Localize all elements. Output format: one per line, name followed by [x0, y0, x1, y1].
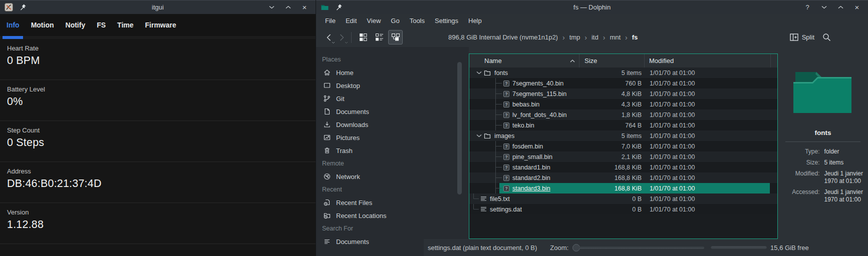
- tab-motion[interactable]: Motion: [31, 21, 54, 29]
- menu-edit[interactable]: Edit: [341, 17, 362, 24]
- icons-view-button[interactable]: [356, 30, 371, 44]
- breadcrumb-current[interactable]: fs: [632, 34, 638, 41]
- info-section: AddressDB:46:B0:21:37:4D: [0, 162, 316, 203]
- file-name-cell[interactable]: ?standard3.bin: [469, 183, 580, 194]
- pin-icon[interactable]: [19, 4, 27, 11]
- meta-label: Type:: [774, 148, 820, 156]
- tab-track: [0, 36, 316, 39]
- file-row-7segments_40.bin[interactable]: ?7segments_40.bin760 B1/01/70 at 01:00: [469, 78, 777, 88]
- file-row-lv_font_dots_40.bin[interactable]: ?lv_font_dots_40.bin1,8 KiB1/01/70 at 01…: [469, 110, 777, 120]
- file-name-cell[interactable]: ?7segments_40.bin: [469, 78, 580, 88]
- image-icon: [323, 134, 331, 142]
- file-row-standard2.bin[interactable]: ?standard2.bin168,8 KiB1/01/70 at 01:00: [469, 172, 777, 183]
- sidebar-item-network[interactable]: Network: [316, 170, 424, 183]
- dolphin-titlebar[interactable]: fs — Dolphin ?×: [316, 0, 868, 14]
- file-row-images[interactable]: images5 items1/01/70 at 01:00: [469, 130, 777, 141]
- zoom-slider[interactable]: [579, 246, 704, 249]
- tab-time[interactable]: Time: [117, 21, 133, 29]
- file-row-standard1.bin[interactable]: ?standard1.bin168,8 KiB1/01/70 at 01:00: [469, 162, 777, 172]
- split-icon: [790, 34, 798, 41]
- breadcrumb-segment[interactable]: tmp: [569, 34, 581, 41]
- file-row-7segments_115.bin[interactable]: ?7segments_115.bin4,8 KiB1/01/70 at 01:0…: [469, 88, 777, 99]
- minimize-button[interactable]: [820, 4, 828, 12]
- split-button[interactable]: Split: [790, 34, 814, 41]
- menubar: FileEditViewGoToolsSettingsHelp: [316, 14, 868, 28]
- tab-notify[interactable]: Notify: [66, 21, 86, 29]
- menu-go[interactable]: Go: [386, 17, 404, 24]
- free-space-label: 15,6 GiB free: [770, 244, 809, 252]
- pin-icon[interactable]: [335, 4, 343, 11]
- file-row-bebas.bin[interactable]: ?bebas.bin4,3 KiB1/01/70 at 01:00: [469, 99, 777, 110]
- menu-view[interactable]: View: [362, 17, 386, 24]
- sidebar-item-recent-files[interactable]: Recent Files: [316, 196, 424, 209]
- file-name-cell[interactable]: ?pine_small.bin: [469, 152, 580, 162]
- file-row-fonts[interactable]: fonts5 items1/01/70 at 01:00: [469, 68, 777, 78]
- menu-tools[interactable]: Tools: [405, 17, 430, 24]
- sidebar-item-trash[interactable]: Trash: [316, 144, 424, 157]
- file-name-cell[interactable]: ?7segments_115.bin: [469, 88, 580, 99]
- tab-firmware[interactable]: Firmware: [145, 21, 176, 29]
- sidebar-item-home[interactable]: Home: [316, 66, 424, 79]
- sidebar-item-documents[interactable]: Documents: [316, 105, 424, 118]
- file-name-cell[interactable]: ?standard1.bin: [469, 162, 580, 172]
- expander-chevron-icon[interactable]: [476, 71, 482, 74]
- tab-info[interactable]: Info: [7, 21, 20, 29]
- maximize-button[interactable]: [836, 4, 844, 12]
- column-header-size[interactable]: Size: [580, 54, 645, 68]
- file-name-cell[interactable]: file5.txt: [469, 194, 580, 204]
- file-row-fosdem.bin[interactable]: ?fosdem.bin7,0 KiB1/01/70 at 01:00: [469, 141, 777, 152]
- sidebar-item-desktop[interactable]: Desktop: [316, 79, 424, 92]
- scrollbar[interactable]: [457, 62, 462, 194]
- expander-chevron-icon[interactable]: [476, 134, 482, 138]
- sidebar-item-pictures[interactable]: Pictures: [316, 131, 424, 144]
- file-name-cell[interactable]: ?bebas.bin: [469, 99, 580, 110]
- sidebar-item-downloads[interactable]: Downloads: [316, 118, 424, 131]
- toolbar: 896,8 GiB Internal Drive (nvme1n1p2)›tmp…: [316, 28, 868, 47]
- file-size: 0 B: [580, 196, 645, 202]
- info-section: Heart Rate0 BPM: [0, 39, 316, 80]
- help-button[interactable]: ?: [803, 4, 811, 12]
- compact-view-button[interactable]: [372, 30, 387, 44]
- column-header-name[interactable]: Name: [469, 54, 580, 68]
- tab-fs[interactable]: FS: [97, 21, 106, 29]
- file-row-settings.dat[interactable]: settings.dat0 B1/01/70 at 01:00: [469, 204, 777, 214]
- sidebar-item-git[interactable]: Git: [316, 92, 424, 105]
- search-icon[interactable]: [822, 33, 831, 42]
- binary-file-icon: ?: [503, 186, 509, 192]
- sidebar-item-label: Git: [336, 95, 345, 102]
- sidebar-item-documents[interactable]: Documents: [316, 235, 424, 248]
- file-row-teko.bin[interactable]: ?teko.bin764 B1/01/70 at 01:00: [469, 120, 777, 130]
- file-row-file5.txt[interactable]: file5.txt0 B1/01/70 at 01:00: [469, 194, 777, 204]
- maximize-button[interactable]: [284, 4, 292, 12]
- sidebar-item-recent-locations[interactable]: Recent Locations: [316, 209, 424, 222]
- itgui-titlebar[interactable]: itgui ×: [0, 0, 316, 14]
- menu-help[interactable]: Help: [463, 17, 487, 24]
- close-button[interactable]: ×: [853, 4, 861, 12]
- sidebar-item-label: Trash: [336, 147, 353, 154]
- menu-file[interactable]: File: [320, 17, 341, 24]
- file-name-cell[interactable]: images: [469, 130, 580, 141]
- file-row-standard3.bin[interactable]: ?standard3.bin168,8 KiB1/01/70 at 01:00: [469, 183, 777, 194]
- file-name-cell[interactable]: ?lv_font_dots_40.bin: [469, 110, 580, 120]
- file-size: 168,8 KiB: [580, 164, 645, 171]
- file-name-cell[interactable]: settings.dat: [469, 204, 580, 214]
- breadcrumb-segment[interactable]: itd: [592, 34, 599, 41]
- details-view-button[interactable]: [388, 30, 403, 44]
- file-row-pine_small.bin[interactable]: ?pine_small.bin2,1 KiB1/01/70 at 01:00: [469, 152, 777, 162]
- menu-settings[interactable]: Settings: [430, 17, 463, 24]
- column-header-modified[interactable]: Modified: [645, 54, 771, 68]
- forward-button[interactable]: [335, 31, 348, 44]
- file-name-cell[interactable]: ?teko.bin: [469, 120, 580, 130]
- breadcrumb-segment[interactable]: 896,8 GiB Internal Drive (nvme1n1p2): [448, 34, 558, 41]
- close-button[interactable]: ×: [301, 4, 309, 12]
- file-rows: fonts5 items1/01/70 at 01:00?7segments_4…: [469, 68, 777, 238]
- minimize-button[interactable]: [267, 4, 275, 12]
- tree-line: [495, 120, 503, 130]
- file-name: 7segments_40.bin: [512, 80, 563, 87]
- back-button[interactable]: [322, 31, 335, 44]
- meta-value: Jeudi 1 janvier 1970 at 01:00: [824, 170, 868, 185]
- breadcrumb-segment[interactable]: mnt: [610, 34, 621, 41]
- file-name-cell[interactable]: fonts: [469, 68, 580, 78]
- file-name-cell[interactable]: ?standard2.bin: [469, 172, 580, 183]
- file-name-cell[interactable]: ?fosdem.bin: [469, 141, 580, 152]
